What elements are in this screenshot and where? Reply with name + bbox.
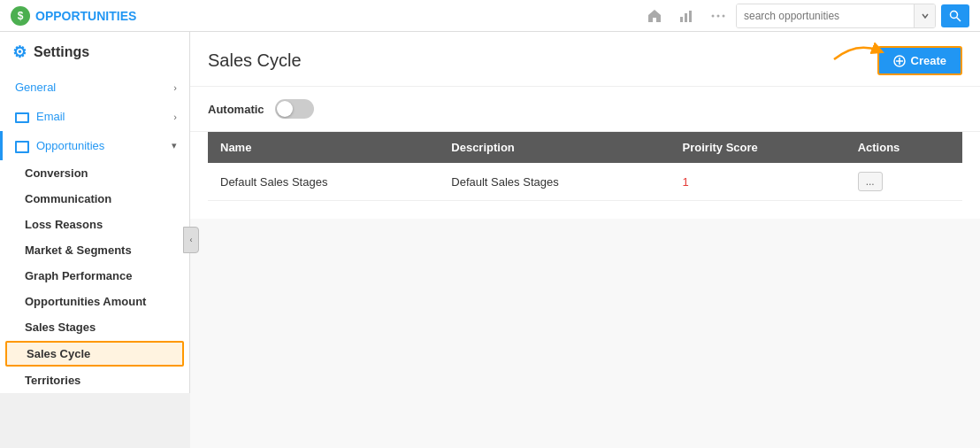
automatic-toggle[interactable] — [275, 99, 314, 119]
search-dropdown-button[interactable] — [914, 4, 935, 27]
sidebar-item-opportunities[interactable]: Opportunities ▾ — [0, 131, 189, 160]
svg-rect-2 — [689, 11, 692, 22]
main-layout: ⚙ Settings General › Email › — [0, 32, 980, 448]
svg-point-3 — [712, 14, 715, 17]
content-header: Sales Cycle — [190, 32, 980, 87]
brand-icon: $ — [11, 6, 30, 26]
toggle-knob — [277, 101, 293, 117]
plus-circle-icon — [893, 55, 906, 67]
sidebar-item-opportunities-label: Opportunities — [36, 139, 104, 152]
table-container: Name Description Proirity Score Actions … — [190, 132, 980, 219]
sidebar-sub-item-sales-cycle[interactable]: Sales Cycle — [5, 341, 184, 367]
nav-icons — [640, 4, 969, 28]
sidebar-sub-item-loss-reasons[interactable]: Loss Reasons — [0, 212, 189, 237]
sidebar-sub-item-graph-performance[interactable]: Graph Performance — [0, 263, 189, 289]
svg-point-6 — [951, 11, 958, 18]
chevron-down-icon-opp: ▾ — [172, 140, 177, 151]
automatic-label: Automatic — [208, 103, 264, 116]
home-icon-btn[interactable] — [640, 4, 669, 28]
automatic-row: Automatic — [190, 87, 980, 132]
sidebar-item-general[interactable]: General › — [0, 73, 189, 102]
settings-gear-icon: ⚙ — [12, 42, 27, 62]
chart-icon — [678, 8, 694, 24]
cell-name: Default Sales Stages — [208, 163, 439, 201]
brand: $ OPPORTUNITIES — [11, 6, 136, 26]
cell-description: Default Sales Stages — [439, 163, 670, 201]
sidebar-item-email[interactable]: Email › — [0, 102, 189, 131]
chart-icon-btn[interactable] — [672, 4, 701, 28]
cell-actions: ... — [846, 163, 962, 201]
table-header-row: Name Description Proirity Score Actions — [208, 132, 962, 163]
svg-point-4 — [717, 14, 720, 17]
sidebar-sub-item-opportunities-amount[interactable]: Opportunities Amount — [0, 289, 189, 314]
chevron-right-icon: › — [173, 82, 177, 93]
chevron-down-icon — [922, 12, 929, 19]
brand-label: OPPORTUNITIES — [35, 9, 136, 23]
create-button[interactable]: Create — [877, 46, 962, 75]
search-input[interactable] — [737, 4, 914, 27]
svg-rect-0 — [680, 17, 683, 22]
table-row: Default Sales Stages Default Sales Stage… — [208, 163, 962, 201]
sales-cycle-table: Name Description Proirity Score Actions … — [208, 132, 962, 201]
svg-point-5 — [723, 14, 725, 17]
email-icon — [15, 112, 29, 123]
arrow-indicator — [830, 37, 883, 64]
sidebar-sub-item-conversion[interactable]: Conversion — [0, 160, 189, 186]
sidebar-wrapper: ⚙ Settings General › Email › — [0, 32, 190, 448]
col-priority-score: Proirity Score — [670, 132, 846, 163]
sidebar-item-opportunities-inner: Opportunities — [15, 139, 104, 152]
sidebar-item-general-inner: General — [15, 81, 56, 94]
search-icon — [949, 10, 961, 22]
sidebar: ⚙ Settings General › Email › — [0, 32, 190, 393]
chevron-right-icon-email: › — [173, 112, 177, 122]
sidebar-title: Settings — [34, 44, 89, 60]
sidebar-sub-item-sales-stages[interactable]: Sales Stages — [0, 314, 189, 340]
sidebar-collapse-button[interactable]: ‹ — [183, 227, 199, 253]
svg-line-7 — [957, 17, 961, 21]
sidebar-item-email-label: Email — [36, 110, 65, 123]
svg-rect-1 — [685, 13, 687, 22]
opportunities-icon — [15, 141, 29, 153]
top-navigation: $ OPPORTUNITIES — [0, 0, 980, 32]
create-button-wrapper: Create — [877, 46, 962, 75]
page-title: Sales Cycle — [208, 50, 302, 71]
actions-button[interactable]: ... — [858, 172, 883, 191]
sidebar-sub-item-market-segments[interactable]: Market & Segments — [0, 237, 189, 263]
sidebar-item-general-label: General — [15, 81, 56, 94]
home-icon — [647, 8, 662, 24]
sidebar-header: ⚙ Settings — [0, 32, 189, 73]
sidebar-sub-item-territories[interactable]: Territories — [0, 367, 189, 393]
more-icon-btn[interactable] — [704, 4, 732, 28]
more-icon — [710, 8, 726, 24]
search-go-button[interactable] — [941, 4, 969, 27]
col-name: Name — [208, 132, 439, 163]
search-container — [736, 4, 936, 28]
cell-priority-score: 1 — [670, 163, 846, 201]
col-actions: Actions — [846, 132, 962, 163]
sidebar-item-email-inner: Email — [15, 110, 65, 123]
col-description: Description — [439, 132, 670, 163]
sidebar-sub-item-communication[interactable]: Communication — [0, 186, 189, 212]
content-area: Sales Cycle — [190, 32, 980, 448]
